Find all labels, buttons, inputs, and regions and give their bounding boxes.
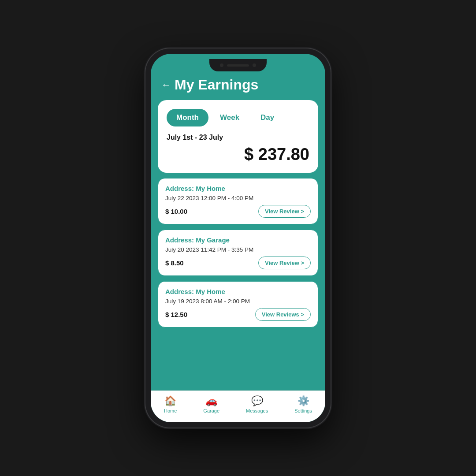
transaction-footer: $ 12.50 View Reviews > <box>165 308 311 321</box>
earnings-summary-card: Month Week Day July 1st - 23 July $ 237.… <box>158 100 318 173</box>
settings-icon: ⚙️ <box>298 395 309 407</box>
transaction-footer: $ 10.00 View Review > <box>165 205 311 218</box>
transaction-address: Address: My Home <box>165 185 311 192</box>
phone-mockup: ← My Earnings Month Week Day July 1st - … <box>145 48 331 428</box>
garage-icon: 🚗 <box>205 395 217 407</box>
view-reviews-button[interactable]: View Reviews > <box>255 308 311 321</box>
nav-item-garage[interactable]: 🚗 Garage <box>203 395 219 413</box>
camera-dot <box>220 63 223 67</box>
transaction-card: Address: My Garage July 20 2023 11:42 PM… <box>158 230 318 276</box>
page-title: My Earnings <box>175 77 258 93</box>
sensor-dot <box>253 63 256 67</box>
nav-label-settings: Settings <box>294 408 312 413</box>
messages-icon: 💬 <box>251 395 263 407</box>
transaction-datetime: July 22 2023 12:00 PM - 4:00 PM <box>165 195 311 201</box>
tab-week[interactable]: Week <box>210 109 249 126</box>
nav-label-messages: Messages <box>246 408 268 413</box>
view-review-button[interactable]: View Review > <box>258 257 311 269</box>
nav-item-home[interactable]: 🏠 Home <box>164 395 177 413</box>
transaction-card: Address: My Home July 22 2023 12:00 PM -… <box>158 178 318 224</box>
transaction-amount: $ 10.00 <box>165 208 187 215</box>
total-earnings-amount: $ 237.80 <box>167 145 309 164</box>
nav-label-home: Home <box>164 408 177 413</box>
transaction-datetime: July 19 2023 8:00 AM - 2:00 PM <box>165 298 311 305</box>
transaction-amount: $ 8.50 <box>165 259 184 267</box>
date-range-label: July 1st - 23 July <box>167 134 309 141</box>
home-icon: 🏠 <box>164 395 176 407</box>
transaction-card: Address: My Home July 19 2023 8:00 AM - … <box>158 281 318 327</box>
nav-item-settings[interactable]: ⚙️ Settings <box>294 395 312 413</box>
transaction-address: Address: My Home <box>165 288 311 295</box>
nav-item-messages[interactable]: 💬 Messages <box>246 395 268 413</box>
tab-month[interactable]: Month <box>167 109 208 126</box>
speaker-bar <box>227 64 249 67</box>
nav-label-garage: Garage <box>203 408 219 413</box>
bottom-navigation: 🏠 Home 🚗 Garage 💬 Messages ⚙️ Settings <box>151 390 325 422</box>
phone-screen: ← My Earnings Month Week Day July 1st - … <box>151 54 325 422</box>
notch <box>209 59 267 71</box>
view-review-button[interactable]: View Review > <box>258 205 311 218</box>
transaction-amount: $ 12.50 <box>165 311 187 318</box>
main-content: Month Week Day July 1st - 23 July $ 237.… <box>151 100 325 390</box>
transaction-footer: $ 8.50 View Review > <box>165 257 311 269</box>
tab-day[interactable]: Day <box>251 109 284 126</box>
transaction-address: Address: My Garage <box>165 236 311 244</box>
period-tab-group: Month Week Day <box>167 109 309 126</box>
back-button[interactable]: ← <box>161 79 171 91</box>
transaction-datetime: July 20 2023 11:42 PM - 3:35 PM <box>165 246 311 253</box>
